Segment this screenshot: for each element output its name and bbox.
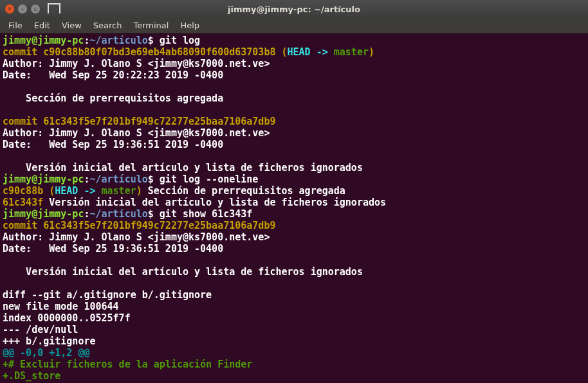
diff-index: index 0000000..0525f7f	[3, 312, 131, 324]
prompt-user: jimmy@jimmy-pc	[3, 174, 84, 185]
window-titlebar: ✕ – ▫ jimmy@jimmy-pc: ~/artículo	[0, 0, 588, 18]
diff-hunk: @@ -0,0 +1,2 @@	[3, 347, 89, 359]
commit-prefix: commit	[3, 116, 43, 127]
prompt-user: jimmy@jimmy-pc	[3, 35, 84, 46]
commit-msg: Versión inicial del artículo y lista de …	[3, 162, 363, 174]
commit-prefix: commit	[3, 46, 43, 58]
terminal-icon	[48, 3, 60, 13]
menu-edit[interactable]: Edit	[28, 19, 56, 31]
cmd-git-show: git show 61c343f	[160, 208, 253, 220]
menu-file[interactable]: File	[3, 19, 28, 31]
commit-prefix: commit	[3, 220, 43, 231]
window-title: jimmy@jimmy-pc: ~/artículo	[228, 4, 360, 14]
oneline-hash: 61c343f	[3, 197, 43, 208]
prompt-user: jimmy@jimmy-pc	[3, 208, 84, 220]
diff-add: +# Excluir ficheros de la aplicación Fin…	[3, 359, 252, 370]
date-line: Date: Wed Sep 25 20:22:23 2019 -0400	[3, 69, 223, 81]
oneline-msg: Sección de prerrequisitos agregada	[142, 185, 345, 197]
menu-terminal[interactable]: Terminal	[127, 19, 174, 31]
oneline-msg: Versión inicial del artículo y lista de …	[43, 197, 386, 208]
head-label: HEAD ->	[288, 46, 334, 58]
cmd-git-log: git log	[160, 35, 200, 46]
prompt-cwd: ~/artículo	[89, 35, 147, 46]
menubar: File Edit View Search Terminal Help	[0, 18, 588, 33]
paren-close: )	[136, 185, 142, 197]
date-line: Date: Wed Sep 25 19:36:51 2019 -0400	[3, 139, 223, 150]
author-line: Author: Jimmy J. Olano S <jimmy@ks7000.n…	[3, 58, 270, 69]
diff-add: +.DS_store	[3, 370, 60, 382]
commit-hash: c90c88b80f07bd3e69eb4ab68090f600d63703b8	[43, 46, 275, 58]
menu-help[interactable]: Help	[174, 19, 205, 31]
date-line: Date: Wed Sep 25 19:36:51 2019 -0400	[3, 243, 223, 254]
oneline-hash: c90c88b	[3, 185, 43, 197]
branch-name: master	[102, 185, 136, 197]
paren-open: (	[275, 46, 287, 58]
commit-msg: Versión inicial del artículo y lista de …	[3, 266, 363, 278]
prompt-cwd: ~/artículo	[89, 208, 147, 220]
commit-hash: 61c343f5e7f201bf949c72277e25baa7106a7db9	[43, 116, 275, 127]
close-icon[interactable]: ✕	[5, 4, 14, 13]
diff-line: diff --git a/.gitignore b/.gitignore	[3, 289, 212, 301]
prompt-cwd: ~/artículo	[89, 174, 147, 185]
paren-open: (	[43, 185, 55, 197]
menu-view[interactable]: View	[56, 19, 87, 31]
maximize-icon[interactable]: ▫	[31, 4, 40, 13]
prompt-dollar: $	[148, 35, 160, 46]
commit-hash: 61c343f5e7f201bf949c72277e25baa7106a7db9	[43, 220, 275, 231]
author-line: Author: Jimmy J. Olano S <jimmy@ks7000.n…	[3, 127, 270, 139]
menu-search[interactable]: Search	[87, 19, 128, 31]
author-line: Author: Jimmy J. Olano S <jimmy@ks7000.n…	[3, 231, 270, 243]
diff-plus: +++ b/.gitignore	[3, 335, 96, 347]
cmd-git-log-oneline: git log --oneline	[160, 174, 259, 185]
commit-msg: Sección de prerrequisitos agregada	[3, 93, 223, 104]
diff-newfile: new file mode 100644	[3, 301, 119, 312]
paren-close: )	[369, 46, 374, 58]
diff-minus: --- /dev/null	[3, 324, 78, 335]
branch-name: master	[334, 46, 369, 58]
window-controls: ✕ – ▫	[5, 4, 40, 13]
head-label: HEAD ->	[55, 185, 101, 197]
prompt-dollar: $	[148, 208, 160, 220]
minimize-icon[interactable]: –	[18, 4, 27, 13]
terminal-output[interactable]: jimmy@jimmy-pc:~/artículo$ git log commi…	[0, 33, 588, 383]
prompt-dollar: $	[148, 174, 160, 185]
